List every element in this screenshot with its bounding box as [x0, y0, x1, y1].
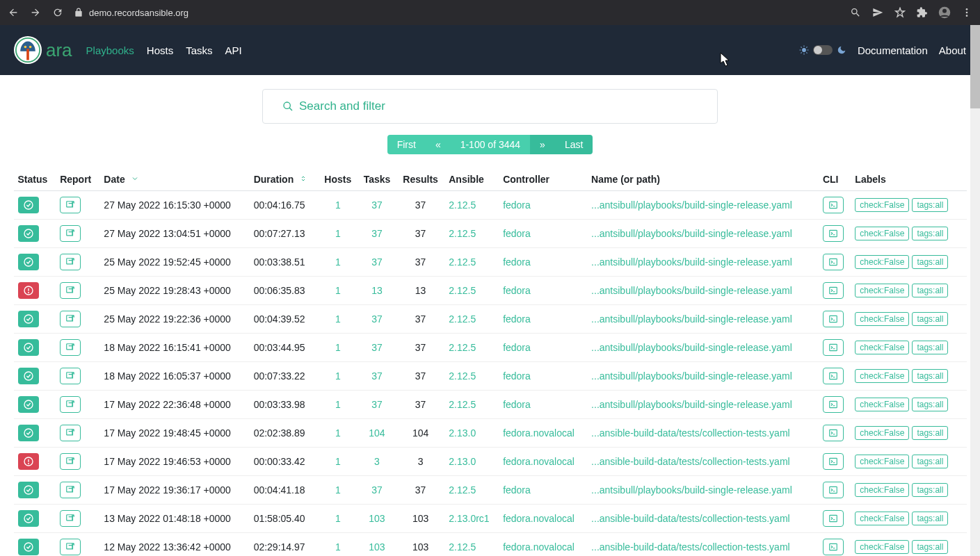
label-tag[interactable]: tags:all: [912, 312, 948, 326]
cli-button[interactable]: [823, 425, 844, 441]
cell-controller[interactable]: fedora: [503, 399, 531, 410]
label-tag[interactable]: tags:all: [912, 426, 948, 440]
scrollbar[interactable]: [970, 25, 980, 556]
label-tag[interactable]: tags:all: [912, 284, 948, 297]
cli-button[interactable]: [823, 197, 844, 213]
report-button[interactable]: [60, 482, 81, 498]
cli-button[interactable]: [823, 282, 844, 299]
cli-button[interactable]: [823, 453, 844, 470]
cell-controller[interactable]: fedora: [503, 285, 531, 296]
scrollbar-thumb[interactable]: [970, 25, 980, 108]
label-tag[interactable]: check:False: [855, 540, 909, 554]
cell-hosts[interactable]: 1: [335, 427, 341, 439]
cell-ansible[interactable]: 2.13.0rc1: [449, 513, 489, 524]
report-button[interactable]: [60, 510, 81, 527]
theme-toggle[interactable]: [799, 45, 846, 55]
cell-name[interactable]: ...ansible-build-data/tests/collection-t…: [591, 541, 790, 553]
cell-controller[interactable]: fedora.novalocal: [503, 456, 575, 467]
label-tag[interactable]: check:False: [855, 341, 909, 354]
cell-name[interactable]: ...ansible-build-data/tests/collection-t…: [591, 513, 790, 524]
cell-controller[interactable]: fedora.novalocal: [503, 427, 575, 439]
cell-ansible[interactable]: 2.12.5: [449, 399, 476, 410]
label-tag[interactable]: check:False: [855, 284, 909, 297]
cell-tasks[interactable]: 37: [371, 313, 383, 325]
label-tag[interactable]: check:False: [855, 398, 909, 411]
page-next[interactable]: »: [530, 135, 555, 154]
report-button[interactable]: [60, 311, 81, 327]
cell-name[interactable]: ...antsibull/playbooks/build-single-rele…: [591, 228, 792, 239]
cell-hosts[interactable]: 1: [335, 228, 341, 239]
label-tag[interactable]: tags:all: [912, 227, 948, 240]
cell-ansible[interactable]: 2.13.0: [449, 427, 476, 439]
cell-tasks[interactable]: 37: [371, 484, 383, 496]
back-button[interactable]: [7, 6, 19, 19]
cli-button[interactable]: [823, 254, 844, 270]
report-button[interactable]: [60, 396, 81, 413]
cell-controller[interactable]: fedora: [503, 342, 531, 353]
nav-about[interactable]: About: [939, 44, 966, 56]
cell-hosts[interactable]: 1: [335, 256, 341, 268]
report-button[interactable]: [60, 453, 81, 470]
label-tag[interactable]: check:False: [855, 227, 909, 240]
page-first[interactable]: First: [387, 135, 426, 154]
nav-hosts[interactable]: Hosts: [147, 44, 173, 56]
profile-icon[interactable]: [938, 6, 951, 19]
cell-controller[interactable]: fedora: [503, 228, 531, 239]
cell-ansible[interactable]: 2.12.5: [449, 484, 476, 496]
label-tag[interactable]: check:False: [855, 312, 909, 326]
report-button[interactable]: [60, 197, 81, 213]
reload-button[interactable]: [51, 6, 64, 19]
cli-button[interactable]: [823, 539, 844, 555]
cell-ansible[interactable]: 2.12.5: [449, 313, 476, 325]
cell-hosts[interactable]: 1: [335, 199, 341, 211]
cell-tasks[interactable]: 37: [371, 342, 383, 353]
label-tag[interactable]: check:False: [855, 512, 909, 525]
col-duration[interactable]: Duration: [250, 168, 319, 191]
cell-controller[interactable]: fedora: [503, 313, 531, 325]
cell-ansible[interactable]: 2.12.5: [449, 342, 476, 353]
cli-button[interactable]: [823, 368, 844, 384]
report-button[interactable]: [60, 282, 81, 299]
cell-name[interactable]: ...antsibull/playbooks/build-single-rele…: [591, 342, 792, 353]
cell-hosts[interactable]: 1: [335, 285, 341, 296]
logo[interactable]: ara: [14, 36, 72, 64]
cell-hosts[interactable]: 1: [335, 484, 341, 496]
cell-ansible[interactable]: 2.12.5: [449, 228, 476, 239]
toggle-switch[interactable]: [813, 45, 833, 55]
cell-hosts[interactable]: 1: [335, 313, 341, 325]
search-box[interactable]: Search and filter: [262, 89, 718, 124]
cell-hosts[interactable]: 1: [335, 513, 341, 524]
cell-name[interactable]: ...antsibull/playbooks/build-single-rele…: [591, 285, 792, 296]
star-icon[interactable]: [894, 6, 906, 19]
forward-button[interactable]: [29, 6, 42, 19]
cell-tasks[interactable]: 37: [371, 199, 383, 211]
cell-ansible[interactable]: 2.13.0: [449, 456, 476, 467]
label-tag[interactable]: tags:all: [912, 483, 948, 497]
cell-controller[interactable]: fedora.novalocal: [503, 541, 575, 553]
cell-ansible[interactable]: 2.12.5: [449, 256, 476, 268]
cell-name[interactable]: ...ansible-build-data/tests/collection-t…: [591, 427, 790, 439]
nav-playbooks[interactable]: Playbooks: [86, 44, 134, 56]
cli-button[interactable]: [823, 311, 844, 327]
label-tag[interactable]: tags:all: [912, 512, 948, 525]
cli-button[interactable]: [823, 482, 844, 498]
cell-name[interactable]: ...antsibull/playbooks/build-single-rele…: [591, 484, 792, 496]
report-button[interactable]: [60, 368, 81, 384]
cell-hosts[interactable]: 1: [335, 342, 341, 353]
cell-controller[interactable]: fedora: [503, 256, 531, 268]
cell-hosts[interactable]: 1: [335, 370, 341, 382]
zoom-icon[interactable]: [849, 6, 862, 19]
cell-tasks[interactable]: 37: [371, 399, 383, 410]
page-last[interactable]: Last: [555, 135, 593, 154]
extensions-icon[interactable]: [916, 6, 929, 19]
cell-hosts[interactable]: 1: [335, 541, 341, 553]
nav-tasks[interactable]: Tasks: [186, 44, 212, 56]
report-button[interactable]: [60, 225, 81, 242]
cell-ansible[interactable]: 2.12.5: [449, 370, 476, 382]
cell-ansible[interactable]: 2.12.5: [449, 541, 476, 553]
label-tag[interactable]: tags:all: [912, 398, 948, 411]
label-tag[interactable]: tags:all: [912, 198, 948, 212]
label-tag[interactable]: check:False: [855, 483, 909, 497]
cell-controller[interactable]: fedora: [503, 370, 531, 382]
cli-button[interactable]: [823, 396, 844, 413]
